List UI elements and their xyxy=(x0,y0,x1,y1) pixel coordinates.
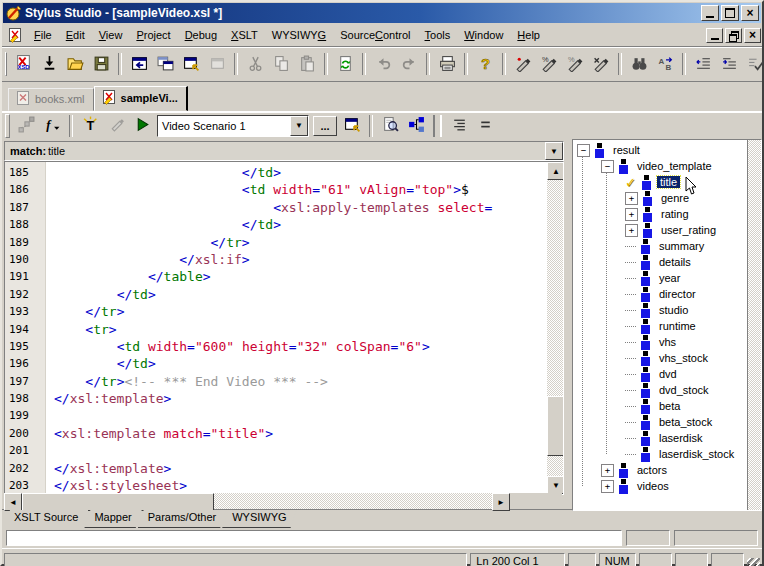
toolbar-button-replace-ab[interactable]: AB xyxy=(653,52,677,76)
maximize-button[interactable] xyxy=(721,5,739,21)
view-tab-mapper[interactable]: Mapper xyxy=(84,510,141,528)
scroll-right-button[interactable]: ► xyxy=(492,493,510,511)
scroll-left-button[interactable]: ◄ xyxy=(4,493,22,511)
mdi-minimize-button[interactable] xyxy=(706,28,723,43)
scenario-dropdown-button[interactable]: ▼ xyxy=(290,116,308,136)
tree-node-label[interactable]: vhs xyxy=(656,336,679,348)
tree-node-label[interactable]: laserdisk xyxy=(656,432,705,444)
toolbar-button-paste[interactable] xyxy=(295,52,319,76)
toolbar-button-stylus-stop[interactable] xyxy=(589,52,613,76)
tree-node-label[interactable]: video_template xyxy=(634,160,715,172)
tree-node-label[interactable]: beta xyxy=(656,400,683,412)
tree-node-label[interactable]: actors xyxy=(634,464,670,476)
toolbar-button-cut[interactable] xyxy=(243,52,267,76)
tree-node-label[interactable]: laserdisk_stock xyxy=(656,448,737,460)
tree-node-laserdisk_stock[interactable]: laserdisk_stock xyxy=(573,446,747,462)
toolbar-button-print[interactable] xyxy=(435,52,459,76)
tree-node-label[interactable]: videos xyxy=(634,480,672,492)
menu-debug[interactable]: Debug xyxy=(178,26,224,44)
menu-window[interactable]: Window xyxy=(457,26,510,44)
tree-node-video_template[interactable]: −video_template xyxy=(573,158,747,174)
toolbar-button-refresh-document[interactable] xyxy=(333,52,357,76)
menu-sourcecontrol[interactable]: SourceControl xyxy=(333,26,417,44)
toolbar-button-window-pair[interactable] xyxy=(153,52,177,76)
menu-tools[interactable]: Tools xyxy=(418,26,458,44)
tree-node-label[interactable]: vhs_stock xyxy=(656,352,711,364)
vertical-scroll-track[interactable] xyxy=(547,180,563,476)
tree-node-label[interactable]: dvd_stock xyxy=(656,384,712,396)
toolbar-button-align-lines[interactable] xyxy=(447,114,471,138)
toolbar-grip[interactable] xyxy=(5,114,10,138)
tree-node-label[interactable]: beta_stock xyxy=(656,416,715,428)
collapse-icon[interactable]: − xyxy=(601,160,614,173)
document-tab-books-xml[interactable]: books.xml xyxy=(8,88,94,111)
toolbar-button-open-folder[interactable] xyxy=(63,52,87,76)
tree-node-label[interactable]: details xyxy=(656,256,694,268)
expand-icon[interactable]: + xyxy=(625,192,638,205)
tree-node-label[interactable]: summary xyxy=(656,240,707,252)
collapse-icon[interactable]: − xyxy=(577,144,590,157)
toolbar-button-find-binoculars[interactable] xyxy=(627,52,651,76)
menu-edit[interactable]: Edit xyxy=(59,26,92,44)
editor-vertical-scrollbar[interactable]: ▲ ▼ xyxy=(547,162,563,494)
tree-node-videos[interactable]: +videos xyxy=(573,478,747,494)
toolbar-button-outdent-lines[interactable] xyxy=(691,52,715,76)
toolbar-button-window-back[interactable] xyxy=(127,52,151,76)
toolbar-button-save[interactable] xyxy=(89,52,113,76)
code-editor[interactable]: 1851861871881891901911921931941951961971… xyxy=(4,161,564,495)
toolbar-button-node-path[interactable] xyxy=(14,114,38,138)
toolbar-button-xsd-document[interactable]: XSD xyxy=(11,52,35,76)
toolbar-button-help[interactable]: ? xyxy=(473,52,497,76)
toolbar-button-mapper-blocks[interactable] xyxy=(404,114,428,138)
toolbar-button-function-menu[interactable]: f xyxy=(40,114,64,138)
browse-scenarios-button[interactable]: ... xyxy=(313,116,337,136)
toolbar-button-window-insert[interactable] xyxy=(179,52,203,76)
horizontal-scroll-track[interactable] xyxy=(22,493,492,509)
mdi-restore-button[interactable] xyxy=(725,28,742,43)
toolbar-button-import-arrow[interactable] xyxy=(37,52,61,76)
tree-node-label[interactable]: user_rating xyxy=(658,224,719,236)
tree-scrollbar[interactable] xyxy=(747,140,761,510)
tree-node-studio[interactable]: studio xyxy=(573,302,747,318)
tree-node-label[interactable]: year xyxy=(656,272,683,284)
minimize-button[interactable] xyxy=(701,5,719,21)
tree-node-result[interactable]: −result xyxy=(573,142,747,158)
match-dropdown-button[interactable]: ▼ xyxy=(545,142,563,160)
toolbar-button-knife[interactable] xyxy=(104,114,128,138)
tree-node-dvd_stock[interactable]: dvd_stock xyxy=(573,382,747,398)
tree-node-vhs_stock[interactable]: vhs_stock xyxy=(573,350,747,366)
view-tab-params-other[interactable]: Params/Other xyxy=(138,510,226,528)
tree-node-summary[interactable]: summary xyxy=(573,238,747,254)
tree-node-label[interactable]: runtime xyxy=(656,320,699,332)
tree-node-year[interactable]: year xyxy=(573,270,747,286)
scenario-select[interactable]: Video Scenario 1▼ xyxy=(157,115,309,137)
toolbar-button-redo[interactable] xyxy=(397,52,421,76)
tree-node-label[interactable]: studio xyxy=(656,304,691,316)
view-tab-wysiwyg[interactable]: WYSIWYG xyxy=(222,510,296,528)
menu-wysiwyg[interactable]: WYSIWYG xyxy=(265,26,333,44)
expand-icon[interactable]: + xyxy=(601,464,614,477)
expand-icon[interactable]: + xyxy=(625,224,638,237)
editor-horizontal-scrollbar[interactable]: ◄ ► xyxy=(4,493,562,509)
toolbar-button-indent-lines[interactable] xyxy=(717,52,741,76)
expand-icon[interactable]: + xyxy=(601,480,614,493)
tree-node-runtime[interactable]: runtime xyxy=(573,318,747,334)
close-button[interactable]: × xyxy=(741,5,759,21)
toolbar-button-window-grey[interactable] xyxy=(205,52,229,76)
menu-view[interactable]: View xyxy=(92,26,130,44)
tree-node-label[interactable]: dvd xyxy=(656,368,680,380)
expand-icon[interactable]: + xyxy=(625,208,638,221)
toolbar-button-undo[interactable] xyxy=(371,52,395,76)
menu-file[interactable]: File xyxy=(27,26,59,44)
tree-node-dvd[interactable]: dvd xyxy=(573,366,747,382)
resize-grip[interactable] xyxy=(747,558,760,566)
menu-xslt[interactable]: XSLT xyxy=(224,26,265,44)
tree-node-vhs[interactable]: vhs xyxy=(573,334,747,350)
match-template-selector[interactable]: match: title ▼ xyxy=(4,141,564,161)
tree-node-rating[interactable]: +rating xyxy=(573,206,747,222)
tree-node-beta_stock[interactable]: beta_stock xyxy=(573,414,747,430)
menu-help[interactable]: Help xyxy=(510,26,547,44)
tree-node-label[interactable]: title xyxy=(657,176,680,188)
document-tab-samplevi-[interactable]: sampleVi... xyxy=(94,86,188,111)
toolbar-grip[interactable] xyxy=(5,52,7,76)
